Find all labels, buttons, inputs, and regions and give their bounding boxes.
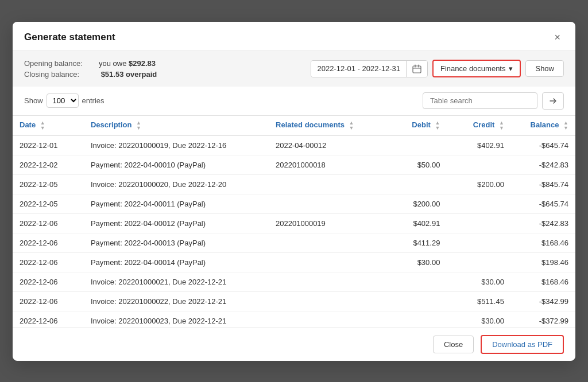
- cell-debit: [383, 311, 447, 328]
- cell-balance: -$372.99: [511, 311, 575, 328]
- opening-balance-row: Opening balance:you owe $292.83: [24, 59, 157, 68]
- table-row: 2022-12-02 Payment: 2022-04-00010 (PayPa…: [13, 155, 575, 174]
- cell-related: 202201000019: [269, 213, 383, 233]
- sort-arrows-balance: ▲▼: [563, 120, 568, 131]
- cell-balance: $168.46: [511, 272, 575, 291]
- table-row: 2022-12-06 Invoice: 202201000023, Due 20…: [13, 311, 575, 328]
- cell-description: Invoice: 202201000020, Due 2022-12-20: [84, 174, 269, 194]
- table-row: 2022-12-01 Invoice: 202201000019, Due 20…: [13, 135, 575, 155]
- cell-date: 2022-12-06: [13, 213, 84, 233]
- cell-date: 2022-12-06: [13, 272, 84, 291]
- col-header-balance[interactable]: Balance ▲▼: [511, 115, 575, 135]
- cell-description: Payment: 2022-04-00014 (PayPal): [84, 252, 269, 272]
- cell-description: Payment: 2022-04-00012 (PayPal): [84, 213, 269, 233]
- table-row: 2022-12-05 Payment: 2022-04-00011 (PayPa…: [13, 194, 575, 213]
- search-input[interactable]: [423, 92, 537, 109]
- modal-overlay: Generate statement × Opening balance:you…: [0, 0, 588, 382]
- table-row: 2022-12-05 Invoice: 202201000020, Due 20…: [13, 174, 575, 194]
- sort-arrows-date: ▲▼: [40, 120, 45, 131]
- cell-balance: $168.46: [511, 233, 575, 252]
- top-section: Opening balance:you owe $292.83 Closing …: [13, 51, 575, 87]
- cell-description: Invoice: 202201000023, Due 2022-12-21: [84, 311, 269, 328]
- table-controls: Show 100 25 50 entries: [13, 87, 575, 115]
- cell-date: 2022-12-06: [13, 311, 84, 328]
- entries-label: entries: [82, 96, 105, 105]
- sort-arrows-related: ▲▼: [349, 120, 354, 131]
- col-header-credit[interactable]: Credit ▲▼: [447, 115, 511, 135]
- cell-credit: [447, 252, 511, 272]
- cell-related: [269, 311, 383, 328]
- table-row: 2022-12-06 Payment: 2022-04-00014 (PayPa…: [13, 252, 575, 272]
- close-footer-button[interactable]: Close: [433, 336, 474, 353]
- show-button[interactable]: Show: [525, 60, 564, 77]
- cell-date: 2022-12-06: [13, 291, 84, 311]
- generate-statement-modal: Generate statement × Opening balance:you…: [13, 22, 575, 361]
- cell-credit: [447, 194, 511, 213]
- cell-related: [269, 194, 383, 213]
- col-header-description[interactable]: Description ▲▼: [84, 115, 269, 135]
- cell-description: Invoice: 202201000021, Due 2022-12-21: [84, 272, 269, 291]
- cell-debit: [383, 135, 447, 155]
- cell-related: [269, 291, 383, 311]
- modal-footer: Close Download as PDF: [13, 328, 575, 361]
- data-table-wrapper: Date ▲▼ Description ▲▼ Related documents…: [13, 115, 575, 328]
- cell-related: [269, 174, 383, 194]
- search-wrap: [423, 92, 564, 110]
- cell-date: 2022-12-05: [13, 194, 84, 213]
- show-entries: Show 100 25 50 entries: [24, 93, 105, 108]
- cell-date: 2022-12-05: [13, 174, 84, 194]
- closing-balance-row: Closing balance: $51.53 overpaid: [24, 70, 157, 79]
- closing-balance-label: Closing balance:: [24, 70, 99, 79]
- table-row: 2022-12-06 Invoice: 202201000021, Due 20…: [13, 272, 575, 291]
- date-range-text: 2022-12-01 - 2022-12-31: [311, 61, 406, 77]
- cell-balance: -$645.74: [511, 194, 575, 213]
- cell-balance: -$242.83: [511, 155, 575, 174]
- cell-balance: -$342.99: [511, 291, 575, 311]
- table-row: 2022-12-06 Payment: 2022-04-00013 (PayPa…: [13, 233, 575, 252]
- cell-balance: $198.46: [511, 252, 575, 272]
- cell-related: [269, 233, 383, 252]
- cell-related: 2022-04-00012: [269, 135, 383, 155]
- finance-documents-button[interactable]: Finance documents ▾: [432, 60, 521, 77]
- cell-description: Payment: 2022-04-00010 (PayPal): [84, 155, 269, 174]
- col-header-related[interactable]: Related documents ▲▼: [269, 115, 383, 135]
- cell-debit: [383, 291, 447, 311]
- balance-info: Opening balance:you owe $292.83 Closing …: [24, 59, 157, 79]
- cell-date: 2022-12-02: [13, 155, 84, 174]
- sort-arrows-description: ▲▼: [136, 120, 141, 131]
- cell-debit: $411.29: [383, 233, 447, 252]
- sort-arrows-credit: ▲▼: [499, 120, 504, 131]
- cell-debit: [383, 272, 447, 291]
- cell-credit: $402.91: [447, 135, 511, 155]
- entries-select[interactable]: 100 25 50: [47, 93, 79, 108]
- date-range-control[interactable]: 2022-12-01 - 2022-12-31: [311, 60, 428, 77]
- col-header-debit[interactable]: Debit ▲▼: [383, 115, 447, 135]
- cell-debit: $30.00: [383, 252, 447, 272]
- col-header-date[interactable]: Date ▲▼: [13, 115, 84, 135]
- cell-date: 2022-12-06: [13, 233, 84, 252]
- cell-date: 2022-12-01: [13, 135, 84, 155]
- cell-debit: $402.91: [383, 213, 447, 233]
- modal-body: Opening balance:you owe $292.83 Closing …: [13, 51, 575, 328]
- close-icon[interactable]: ×: [551, 31, 564, 44]
- table-row: 2022-12-06 Invoice: 202201000022, Due 20…: [13, 291, 575, 311]
- finance-documents-label: Finance documents: [440, 64, 505, 73]
- cell-credit: [447, 155, 511, 174]
- cell-credit: [447, 233, 511, 252]
- opening-balance-value: you owe $292.83: [99, 59, 156, 68]
- cell-description: Invoice: 202201000022, Due 2022-12-21: [84, 291, 269, 311]
- cell-debit: $200.00: [383, 194, 447, 213]
- svg-rect-0: [413, 66, 421, 73]
- export-button[interactable]: [542, 92, 564, 110]
- cell-date: 2022-12-06: [13, 252, 84, 272]
- cell-credit: $200.00: [447, 174, 511, 194]
- calendar-icon[interactable]: [406, 61, 427, 77]
- cell-credit: [447, 213, 511, 233]
- cell-balance: -$242.83: [511, 213, 575, 233]
- download-pdf-button[interactable]: Download as PDF: [481, 335, 564, 354]
- closing-balance-value: $51.53 overpaid: [101, 70, 157, 79]
- cell-debit: $50.00: [383, 155, 447, 174]
- modal-title: Generate statement: [24, 32, 115, 43]
- controls-right: 2022-12-01 - 2022-12-31 Finance document…: [311, 60, 564, 77]
- cell-credit: $30.00: [447, 311, 511, 328]
